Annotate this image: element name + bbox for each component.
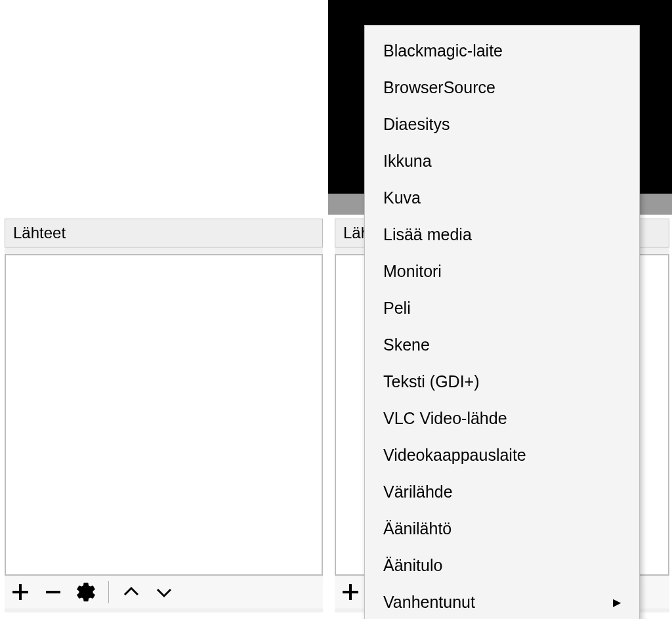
- menu-item-label: Kuva: [383, 188, 421, 207]
- menu-item[interactable]: Diaesitys: [365, 106, 639, 142]
- menu-item[interactable]: Blackmagic-laite: [365, 32, 639, 69]
- menu-item[interactable]: Peli: [365, 289, 639, 326]
- move-up-button[interactable]: [119, 580, 143, 604]
- menu-item[interactable]: Värilähde: [365, 473, 639, 510]
- menu-item-label: Äänitulo: [383, 556, 442, 575]
- menu-item[interactable]: Teksti (GDI+): [365, 363, 639, 400]
- menu-item-label: Vanhentunut: [383, 593, 475, 612]
- menu-item[interactable]: Äänitulo: [365, 547, 639, 584]
- settings-button[interactable]: [74, 580, 98, 604]
- menu-item[interactable]: Skene: [365, 326, 639, 363]
- menu-item[interactable]: BrowserSource: [365, 69, 639, 106]
- menu-item-label: Blackmagic-laite: [383, 41, 503, 60]
- menu-item[interactable]: Äänilähtö: [365, 510, 639, 547]
- menu-item[interactable]: Kuva: [365, 179, 639, 216]
- menu-item-label: Teksti (GDI+): [383, 372, 480, 391]
- menu-item-label: BrowserSource: [383, 78, 495, 97]
- add-source-button[interactable]: [9, 580, 32, 604]
- menu-item-label: Äänilähtö: [383, 519, 452, 538]
- menu-item[interactable]: Ikkuna: [365, 142, 639, 179]
- menu-item[interactable]: Vanhentunut▶: [365, 584, 639, 619]
- menu-item-label: Peli: [383, 299, 411, 318]
- menu-item[interactable]: Videokaappauslaite: [365, 437, 639, 473]
- menu-item-label: Ikkuna: [383, 152, 432, 171]
- menu-item[interactable]: Monitori: [365, 253, 639, 289]
- menu-item-label: Diaesitys: [383, 115, 450, 134]
- menu-item-label: Lisää media: [383, 225, 472, 244]
- panel-title-left: Lähteet: [13, 224, 66, 242]
- toolbar-divider: [108, 581, 109, 603]
- menu-item[interactable]: Lisää media: [365, 216, 639, 253]
- menu-item[interactable]: VLC Video-lähde: [365, 400, 639, 437]
- submenu-arrow-icon: ▶: [613, 596, 621, 608]
- menu-item-label: Videokaappauslaite: [383, 446, 526, 465]
- menu-item-label: Monitori: [383, 262, 442, 281]
- sources-list-left[interactable]: [5, 254, 323, 576]
- sources-toolbar-left: [5, 576, 323, 608]
- menu-item-label: Skene: [383, 335, 430, 354]
- remove-source-button[interactable]: [41, 580, 65, 604]
- add-source-button[interactable]: [339, 580, 362, 604]
- sources-panel-left: Lähteet: [5, 219, 323, 612]
- menu-item-label: Värilähde: [383, 482, 453, 502]
- add-source-context-menu: Blackmagic-laiteBrowserSourceDiaesitysIk…: [364, 25, 640, 619]
- panel-header-left: Lähteet: [5, 219, 323, 247]
- menu-item-label: VLC Video-lähde: [383, 409, 507, 428]
- move-down-button[interactable]: [152, 580, 176, 604]
